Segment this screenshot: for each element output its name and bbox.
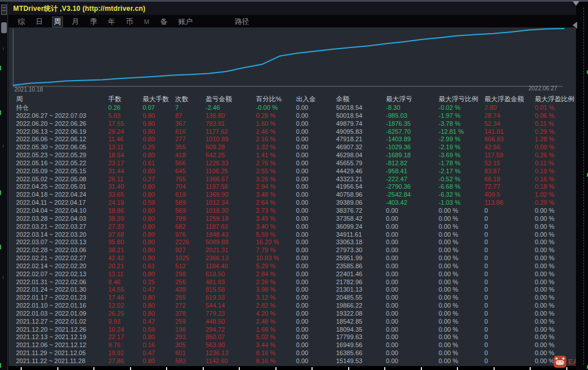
table-row[interactable]: 2022.05.30 ~ 2022.06.0513.110.25355609.2… <box>16 144 576 152</box>
table-cell: 0.00 <box>386 215 439 223</box>
table-header-row: 周手数最大手数次数盈亏金额百分比%出入金余额最大浮亏最大浮亏比例最大浮盈金额最大… <box>16 94 576 104</box>
table-cell: 50018.54 <box>336 104 386 112</box>
menu-item-币[interactable]: 币 <box>124 17 135 27</box>
table-row[interactable]: 2022.03.21 ~ 2022.03.2727.330.806821187.… <box>16 223 576 231</box>
table-cell: 0.00 <box>386 246 439 254</box>
dock-handle[interactable] <box>1 22 7 33</box>
table-row[interactable]: 2022.06.13 ~ 2022.06.1929.240.806161177.… <box>16 128 576 136</box>
table-cell: 2021.12.13 ~ 2021.12.19 <box>16 333 108 341</box>
table-row[interactable]: 2022.01.24 ~ 2022.01.3014.550.47438815.5… <box>16 286 576 294</box>
table-cell: 0.47 <box>143 349 175 357</box>
table-row[interactable]: 2021.11.29 ~ 2021.12.0519.920.476011236.… <box>16 349 576 357</box>
table-cell: 39389.06 <box>336 199 386 207</box>
table-cell: 28.74 <box>484 112 535 120</box>
table-row[interactable]: 2021.12.27 ~ 2022.01.029.930.47259448.50… <box>16 318 576 326</box>
table-cell: 2.84 % <box>256 270 296 279</box>
table-row[interactable]: 2022.01.10 ~ 2022.01.1612.020.80272544.1… <box>16 302 576 310</box>
table-row[interactable]: 2021.12.20 ~ 2021.12.2610.240.59198294.7… <box>16 326 576 334</box>
table-cell: 3.44 % <box>256 341 296 349</box>
table-row[interactable]: 2021.12.13 ~ 2021.12.1922.170.80293850.0… <box>16 333 576 341</box>
table-cell: 2.94 % <box>256 183 296 191</box>
table-cell: 2.73 % <box>256 207 296 215</box>
table-row[interactable]: 2022.02.21 ~ 2022.02.2742.420.8010252366… <box>16 254 576 262</box>
table-cell: 619 <box>175 191 206 199</box>
table-cell: 0.00 <box>296 349 336 357</box>
table-cell: 66.18 <box>484 176 535 184</box>
table-row[interactable]: 2022.05.02 ~ 2022.05.0826.110.277551366.… <box>16 176 576 184</box>
table-row[interactable]: 2022.04.04 ~ 2022.04.1018.860.805691018.… <box>16 207 576 215</box>
menu-item-备[interactable]: 备 <box>159 17 169 27</box>
table-row[interactable]: 2022.02.14 ~ 2022.02.2020.210.615121184.… <box>16 262 576 270</box>
table-row[interactable]: 2022.05.16 ~ 2022.05.2223.170.615661226.… <box>16 160 576 168</box>
table-cell: 0.00 <box>296 333 336 341</box>
table-cell: 0.00 % <box>439 310 484 318</box>
table-row[interactable]: 2021.12.06 ~ 2021.12.128.760.16305563.90… <box>16 341 576 349</box>
table-cell: 13.11 <box>108 144 143 152</box>
table-cell: 0 <box>484 215 535 223</box>
table-cell: 0 <box>484 254 535 262</box>
table-cell: 0 <box>484 349 535 357</box>
menu-item-月[interactable]: 月 <box>70 17 81 27</box>
table-row[interactable]: 2022.02.07 ~ 2022.02.1313.110.80298618.5… <box>16 270 576 279</box>
table-cell: 618.50 <box>206 270 256 279</box>
table-row[interactable]: 2022.06.27 ~ 2022.07.035.030.8087138.800… <box>16 112 576 120</box>
menu-item-账户[interactable]: 账户 <box>176 17 194 27</box>
table-cell: 5089.88 <box>206 238 256 246</box>
table-cell: 2022.03.07 ~ 2022.03.13 <box>16 238 108 246</box>
table-cell: 0.00 <box>296 128 336 136</box>
table-row[interactable]: 2022.06.20 ~ 2022.06.2617.550.80367783.9… <box>16 120 576 128</box>
menu-item-周[interactable]: 周 <box>52 17 63 27</box>
table-row[interactable]: 2022.03.14 ~ 2022.03.2037.680.809761848.… <box>16 231 576 239</box>
balance-chart: 2021.10.18 2022.06.27 <box>9 27 576 94</box>
dock-dash <box>3 47 3 50</box>
table-cell: 0.80 <box>143 136 175 144</box>
menu-item-日[interactable]: 日 <box>34 17 45 27</box>
table-cell: -1876.35 <box>386 120 439 128</box>
horizontal-ruler-scrollbar[interactable] <box>9 366 576 370</box>
table-row[interactable]: 2022.01.17 ~ 2022.01.2317.460.80255619.3… <box>16 294 576 302</box>
menu-item-综[interactable]: 综 <box>16 17 27 27</box>
table-cell: 0.80 <box>143 231 175 239</box>
table-cell: 2022.01.31 ~ 2022.02.06 <box>16 279 108 287</box>
table-cell: 0.00 <box>296 310 336 318</box>
left-dock-strip <box>0 2 8 370</box>
table-row[interactable]: 2022.04.18 ~ 2022.04.2433.650.806191369.… <box>16 191 576 199</box>
table-cell: -3.78 % <box>439 120 484 128</box>
menu-item-路径[interactable]: 路径 <box>233 17 251 27</box>
table-cell: 0 <box>484 318 535 326</box>
table-row[interactable]: 2022.01.03 ~ 2022.01.0926.250.80378779.2… <box>16 310 576 318</box>
scroll-arrow-icon[interactable] <box>573 1 579 6</box>
table-cell: 616 <box>175 128 206 136</box>
table-row[interactable]: 2022.01.31 ~ 2022.02.068.460.25256481.83… <box>16 279 576 287</box>
dock-panel-icon[interactable] <box>1 5 7 15</box>
menu-item-季[interactable]: 季 <box>88 17 99 27</box>
table-cell: 45655.79 <box>336 160 386 168</box>
ruler-tick <box>203 367 204 370</box>
table-row[interactable]: 2022.03.07 ~ 2022.03.1395.800.8022265089… <box>16 238 576 246</box>
table-row[interactable]: 2022.05.09 ~ 2022.05.1531.440.806451106.… <box>16 168 576 176</box>
table-cell: 0.00 % <box>439 238 484 246</box>
table-cell: 0.00 <box>296 246 336 254</box>
menu-item-年[interactable]: 年 <box>106 17 117 27</box>
table-cell: 0.00 <box>296 144 336 152</box>
table-row[interactable]: 2022.03.28 ~ 2022.04.0338.390.807991259.… <box>16 215 576 223</box>
table-cell: 2022.01.10 ~ 2022.01.16 <box>16 302 108 310</box>
table-cell: 13.11 <box>108 270 143 279</box>
table-row[interactable]: 2022.04.11 ~ 2022.04.1724.190.595891012.… <box>16 199 576 207</box>
table-cell: 26.11 <box>108 176 143 184</box>
table-row[interactable]: 2022.05.23 ~ 2022.05.2918.540.80418642.2… <box>16 152 576 160</box>
table-row[interactable]: 2022.06.06 ~ 2022.06.1211.460.802771010.… <box>16 136 576 144</box>
table-cell: 1197.58 <box>206 183 256 191</box>
table-cell: 1.32 % <box>256 144 296 152</box>
table-cell: 0.00 <box>386 357 439 365</box>
table-row[interactable]: 2022.04.25 ~ 2022.05.0131.400.807041197.… <box>16 183 576 191</box>
table-cell: 0.00 <box>296 136 336 144</box>
table-row[interactable]: 2021.11.22 ~ 2021.11.2827.860.805831142.… <box>16 357 576 365</box>
table-row-position[interactable]: 持仓0.260.077-2.46-0.00 %0.0050018.54-8.30… <box>16 104 576 112</box>
table-cell: 2022.01.24 ~ 2022.01.30 <box>16 286 108 294</box>
collapse-arrow-icon[interactable] <box>573 22 577 29</box>
table-row[interactable]: 2022.02.28 ~ 2022.03.0638.210.809272021.… <box>16 246 576 254</box>
table-cell: 72.77 <box>484 183 535 191</box>
menu-item-M[interactable]: M <box>143 18 151 26</box>
table-cell: 2022.03.14 ~ 2022.03.20 <box>16 231 108 239</box>
